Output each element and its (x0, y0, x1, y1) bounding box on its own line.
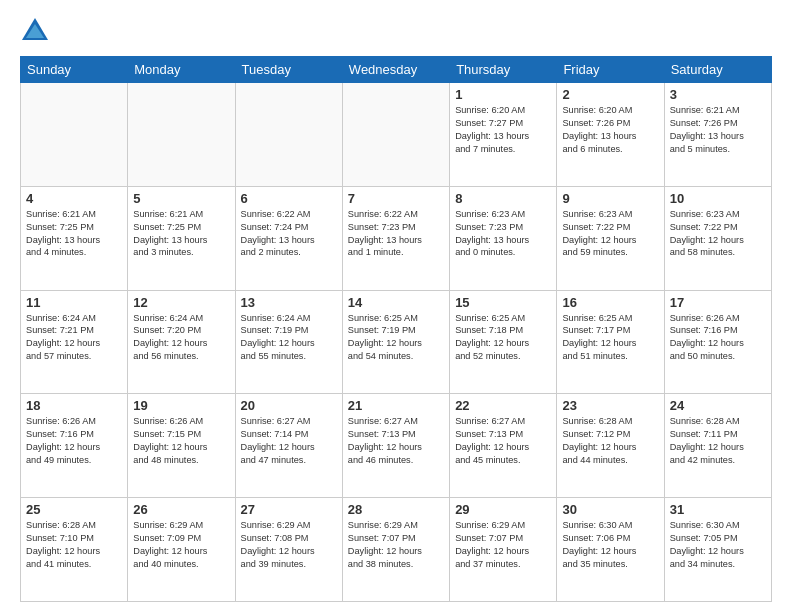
calendar-cell (21, 83, 128, 187)
day-info: Sunrise: 6:26 AM Sunset: 7:16 PM Dayligh… (26, 415, 122, 467)
calendar-cell: 18Sunrise: 6:26 AM Sunset: 7:16 PM Dayli… (21, 394, 128, 498)
day-number: 16 (562, 295, 658, 310)
day-info: Sunrise: 6:29 AM Sunset: 7:08 PM Dayligh… (241, 519, 337, 571)
calendar-cell: 24Sunrise: 6:28 AM Sunset: 7:11 PM Dayli… (664, 394, 771, 498)
day-number: 31 (670, 502, 766, 517)
day-number: 9 (562, 191, 658, 206)
day-info: Sunrise: 6:29 AM Sunset: 7:07 PM Dayligh… (348, 519, 444, 571)
day-info: Sunrise: 6:23 AM Sunset: 7:22 PM Dayligh… (670, 208, 766, 260)
calendar-cell: 2Sunrise: 6:20 AM Sunset: 7:26 PM Daylig… (557, 83, 664, 187)
day-number: 2 (562, 87, 658, 102)
day-number: 4 (26, 191, 122, 206)
weekday-header-row: SundayMondayTuesdayWednesdayThursdayFrid… (21, 57, 772, 83)
day-info: Sunrise: 6:21 AM Sunset: 7:25 PM Dayligh… (133, 208, 229, 260)
week-row-5: 25Sunrise: 6:28 AM Sunset: 7:10 PM Dayli… (21, 498, 772, 602)
calendar-cell: 29Sunrise: 6:29 AM Sunset: 7:07 PM Dayli… (450, 498, 557, 602)
day-info: Sunrise: 6:22 AM Sunset: 7:23 PM Dayligh… (348, 208, 444, 260)
calendar-cell: 5Sunrise: 6:21 AM Sunset: 7:25 PM Daylig… (128, 186, 235, 290)
header (20, 16, 772, 46)
day-number: 18 (26, 398, 122, 413)
calendar-cell: 25Sunrise: 6:28 AM Sunset: 7:10 PM Dayli… (21, 498, 128, 602)
day-number: 22 (455, 398, 551, 413)
day-number: 17 (670, 295, 766, 310)
day-info: Sunrise: 6:26 AM Sunset: 7:15 PM Dayligh… (133, 415, 229, 467)
calendar-cell: 6Sunrise: 6:22 AM Sunset: 7:24 PM Daylig… (235, 186, 342, 290)
week-row-4: 18Sunrise: 6:26 AM Sunset: 7:16 PM Dayli… (21, 394, 772, 498)
day-info: Sunrise: 6:21 AM Sunset: 7:25 PM Dayligh… (26, 208, 122, 260)
day-info: Sunrise: 6:24 AM Sunset: 7:19 PM Dayligh… (241, 312, 337, 364)
day-number: 30 (562, 502, 658, 517)
day-number: 28 (348, 502, 444, 517)
week-row-3: 11Sunrise: 6:24 AM Sunset: 7:21 PM Dayli… (21, 290, 772, 394)
day-info: Sunrise: 6:27 AM Sunset: 7:14 PM Dayligh… (241, 415, 337, 467)
calendar-cell: 7Sunrise: 6:22 AM Sunset: 7:23 PM Daylig… (342, 186, 449, 290)
calendar-cell: 31Sunrise: 6:30 AM Sunset: 7:05 PM Dayli… (664, 498, 771, 602)
calendar-cell: 9Sunrise: 6:23 AM Sunset: 7:22 PM Daylig… (557, 186, 664, 290)
day-info: Sunrise: 6:25 AM Sunset: 7:17 PM Dayligh… (562, 312, 658, 364)
day-info: Sunrise: 6:30 AM Sunset: 7:06 PM Dayligh… (562, 519, 658, 571)
day-number: 25 (26, 502, 122, 517)
day-info: Sunrise: 6:28 AM Sunset: 7:10 PM Dayligh… (26, 519, 122, 571)
calendar-cell: 15Sunrise: 6:25 AM Sunset: 7:18 PM Dayli… (450, 290, 557, 394)
day-number: 12 (133, 295, 229, 310)
day-number: 8 (455, 191, 551, 206)
calendar-cell: 1Sunrise: 6:20 AM Sunset: 7:27 PM Daylig… (450, 83, 557, 187)
day-number: 13 (241, 295, 337, 310)
calendar-cell (128, 83, 235, 187)
calendar-cell: 11Sunrise: 6:24 AM Sunset: 7:21 PM Dayli… (21, 290, 128, 394)
calendar-cell: 4Sunrise: 6:21 AM Sunset: 7:25 PM Daylig… (21, 186, 128, 290)
day-number: 3 (670, 87, 766, 102)
day-number: 10 (670, 191, 766, 206)
logo (20, 16, 54, 46)
day-info: Sunrise: 6:29 AM Sunset: 7:09 PM Dayligh… (133, 519, 229, 571)
day-info: Sunrise: 6:26 AM Sunset: 7:16 PM Dayligh… (670, 312, 766, 364)
calendar-cell: 16Sunrise: 6:25 AM Sunset: 7:17 PM Dayli… (557, 290, 664, 394)
day-number: 23 (562, 398, 658, 413)
weekday-header-tuesday: Tuesday (235, 57, 342, 83)
day-info: Sunrise: 6:24 AM Sunset: 7:21 PM Dayligh… (26, 312, 122, 364)
weekday-header-friday: Friday (557, 57, 664, 83)
calendar-cell: 14Sunrise: 6:25 AM Sunset: 7:19 PM Dayli… (342, 290, 449, 394)
calendar-cell (235, 83, 342, 187)
day-info: Sunrise: 6:20 AM Sunset: 7:26 PM Dayligh… (562, 104, 658, 156)
day-number: 7 (348, 191, 444, 206)
calendar-cell: 22Sunrise: 6:27 AM Sunset: 7:13 PM Dayli… (450, 394, 557, 498)
calendar-cell: 10Sunrise: 6:23 AM Sunset: 7:22 PM Dayli… (664, 186, 771, 290)
day-number: 26 (133, 502, 229, 517)
calendar-cell: 20Sunrise: 6:27 AM Sunset: 7:14 PM Dayli… (235, 394, 342, 498)
day-number: 24 (670, 398, 766, 413)
weekday-header-monday: Monday (128, 57, 235, 83)
day-number: 20 (241, 398, 337, 413)
week-row-1: 1Sunrise: 6:20 AM Sunset: 7:27 PM Daylig… (21, 83, 772, 187)
calendar-cell: 3Sunrise: 6:21 AM Sunset: 7:26 PM Daylig… (664, 83, 771, 187)
calendar-cell: 17Sunrise: 6:26 AM Sunset: 7:16 PM Dayli… (664, 290, 771, 394)
weekday-header-sunday: Sunday (21, 57, 128, 83)
calendar-cell: 28Sunrise: 6:29 AM Sunset: 7:07 PM Dayli… (342, 498, 449, 602)
calendar-table: SundayMondayTuesdayWednesdayThursdayFrid… (20, 56, 772, 602)
day-info: Sunrise: 6:27 AM Sunset: 7:13 PM Dayligh… (455, 415, 551, 467)
day-number: 15 (455, 295, 551, 310)
day-number: 1 (455, 87, 551, 102)
calendar-cell: 26Sunrise: 6:29 AM Sunset: 7:09 PM Dayli… (128, 498, 235, 602)
calendar-cell: 8Sunrise: 6:23 AM Sunset: 7:23 PM Daylig… (450, 186, 557, 290)
day-info: Sunrise: 6:22 AM Sunset: 7:24 PM Dayligh… (241, 208, 337, 260)
day-info: Sunrise: 6:21 AM Sunset: 7:26 PM Dayligh… (670, 104, 766, 156)
weekday-header-saturday: Saturday (664, 57, 771, 83)
day-info: Sunrise: 6:25 AM Sunset: 7:19 PM Dayligh… (348, 312, 444, 364)
calendar-cell: 19Sunrise: 6:26 AM Sunset: 7:15 PM Dayli… (128, 394, 235, 498)
day-number: 19 (133, 398, 229, 413)
day-info: Sunrise: 6:28 AM Sunset: 7:12 PM Dayligh… (562, 415, 658, 467)
calendar-cell: 21Sunrise: 6:27 AM Sunset: 7:13 PM Dayli… (342, 394, 449, 498)
calendar-cell: 12Sunrise: 6:24 AM Sunset: 7:20 PM Dayli… (128, 290, 235, 394)
week-row-2: 4Sunrise: 6:21 AM Sunset: 7:25 PM Daylig… (21, 186, 772, 290)
logo-icon (20, 16, 50, 46)
day-info: Sunrise: 6:28 AM Sunset: 7:11 PM Dayligh… (670, 415, 766, 467)
calendar-cell: 23Sunrise: 6:28 AM Sunset: 7:12 PM Dayli… (557, 394, 664, 498)
day-number: 11 (26, 295, 122, 310)
day-info: Sunrise: 6:24 AM Sunset: 7:20 PM Dayligh… (133, 312, 229, 364)
day-number: 21 (348, 398, 444, 413)
weekday-header-thursday: Thursday (450, 57, 557, 83)
calendar-cell: 30Sunrise: 6:30 AM Sunset: 7:06 PM Dayli… (557, 498, 664, 602)
day-number: 5 (133, 191, 229, 206)
day-info: Sunrise: 6:23 AM Sunset: 7:23 PM Dayligh… (455, 208, 551, 260)
